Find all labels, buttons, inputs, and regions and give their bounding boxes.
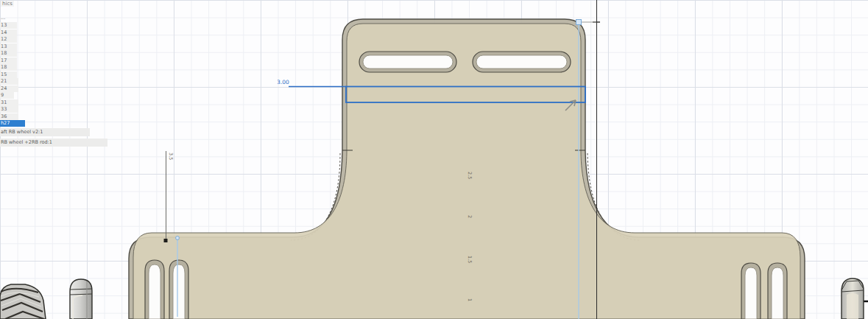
sketch-point-handle[interactable] <box>576 20 582 25</box>
bottom-slot-right-1[interactable] <box>741 263 761 319</box>
t-bracket-part[interactable] <box>129 19 805 319</box>
tree-item[interactable]: 21 <box>0 78 18 85</box>
tree-item[interactable]: 15 <box>0 71 17 78</box>
bottom-slot-left-2[interactable] <box>169 260 188 319</box>
tree-item[interactable]: 17 <box>0 57 17 64</box>
browser-header: hics <box>1 1 14 7</box>
center-dimension-label: 1.5 <box>467 256 473 263</box>
bottom-slot-left-1[interactable] <box>145 260 164 319</box>
center-dimension-label: 1 <box>467 298 473 301</box>
dimension-endpoint <box>164 239 168 242</box>
height-dimension-label[interactable]: 3.5 <box>168 153 174 160</box>
tree-item[interactable]: 13 <box>0 22 17 29</box>
tree-item[interactable]: 18 <box>0 50 17 57</box>
center-dimension-label: 2 <box>467 215 473 218</box>
wheel-edge[interactable] <box>70 279 92 319</box>
tree-item[interactable]: ... <box>0 15 18 21</box>
top-slot-right[interactable] <box>473 52 571 72</box>
tree-item[interactable]: 31 <box>0 99 18 106</box>
tree-item[interactable]: 13 <box>0 43 17 50</box>
tree-item[interactable]: 12 <box>0 36 17 43</box>
tree-item[interactable]: 14 <box>0 29 17 36</box>
tree-item[interactable]: 9 <box>0 92 14 99</box>
tree-item[interactable]: 18 <box>0 64 17 71</box>
cad-viewport: 3.00 3.5 2.5 2 1.5 1 <box>0 0 868 319</box>
tree-item[interactable]: 33 <box>0 106 18 113</box>
center-dimension-label: 2.5 <box>467 172 473 179</box>
tree-item-component[interactable]: RB wheel +2RB rod:1 <box>0 139 107 147</box>
tree-item-component[interactable]: aft RB wheel v2:1 <box>0 128 90 136</box>
sketch-point[interactable] <box>176 236 180 240</box>
tree-item[interactable]: 24 <box>0 85 18 92</box>
tree-item[interactable]: 36 <box>0 113 18 120</box>
part-face[interactable] <box>133 24 800 319</box>
top-slot-left[interactable] <box>359 52 456 72</box>
width-dimension-label[interactable]: 3.00 <box>277 79 289 85</box>
sketch-canvas[interactable]: 3.00 3.5 2.5 2 1.5 1 <box>0 0 868 319</box>
wheel-edge-right[interactable] <box>841 278 864 319</box>
tree-item-selected[interactable]: h27 <box>0 120 25 127</box>
bottom-slot-right-2[interactable] <box>768 263 787 319</box>
wheel-tire[interactable] <box>0 284 46 319</box>
